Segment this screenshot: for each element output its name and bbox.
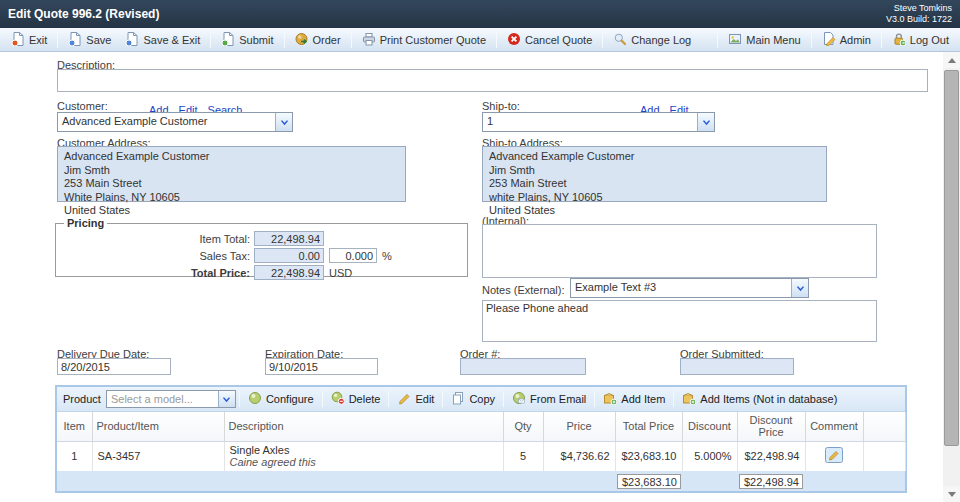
currency-label: USD (329, 267, 352, 279)
chevron-down-icon[interactable] (697, 113, 714, 131)
customer-address-line: Advanced Example Customer (64, 150, 399, 164)
copy-pages-icon (451, 391, 465, 407)
print-customer-quote-button[interactable]: Print Customer Quote (355, 30, 493, 50)
edit-button[interactable]: Edit (392, 389, 439, 409)
col-description[interactable]: Description (224, 412, 503, 441)
document-save-icon (68, 32, 82, 48)
order-button[interactable]: Order (288, 30, 348, 50)
from-email-button[interactable]: From Email (507, 389, 591, 409)
model-select[interactable]: Select a model... (106, 390, 236, 408)
delete-button[interactable]: Delete (326, 389, 386, 409)
copy-button[interactable]: Copy (446, 389, 500, 409)
main-menu-label: Main Menu (746, 34, 800, 46)
add-item-button[interactable]: Add Item (598, 389, 670, 409)
chevron-down-icon[interactable] (218, 391, 235, 407)
from-email-ball-icon (512, 391, 526, 407)
document-save-exit-icon (125, 32, 139, 48)
description-input[interactable] (57, 69, 928, 92)
footer-discount-price: $22,498.94 (739, 474, 803, 489)
line-items-grid: Item Product/Item Description Qty Price … (57, 412, 906, 491)
product-label: Product (63, 393, 101, 405)
order-ball-arrow-icon (295, 32, 309, 48)
notes-template-select[interactable]: Example Text #3 (570, 278, 809, 298)
col-price[interactable]: Price (543, 412, 615, 441)
cell-description: Single Axles Caine agreed this (224, 441, 503, 471)
exit-label: Exit (29, 34, 47, 46)
customer-select[interactable]: Advanced Example Customer (57, 112, 293, 132)
cancel-quote-button[interactable]: Cancel Quote (500, 30, 599, 50)
scroll-down-icon[interactable] (943, 486, 960, 502)
delete-label: Delete (349, 393, 381, 405)
delete-ball-icon (331, 391, 345, 407)
print-customer-quote-label: Print Customer Quote (380, 34, 486, 46)
printer-icon (362, 32, 376, 48)
package-plus-icon (603, 391, 617, 407)
separator (496, 32, 497, 48)
delivery-due-date-input[interactable] (57, 358, 171, 375)
shipto-address-line: white Plains, NY 10605 (489, 191, 820, 205)
separator (442, 391, 443, 407)
order-label: Order (313, 34, 341, 46)
vertical-scrollbar[interactable] (943, 52, 960, 502)
save-label: Save (86, 34, 111, 46)
save-button[interactable]: Save (61, 30, 118, 50)
col-comment[interactable]: Comment (805, 412, 863, 441)
separator (811, 32, 812, 48)
expiration-date-input[interactable] (265, 358, 378, 375)
scrollbar-thumb[interactable] (944, 70, 959, 446)
total-price-label: Total Price: (62, 267, 250, 279)
cell-item-number: 1 (57, 441, 92, 471)
change-log-button[interactable]: Change Log (606, 30, 698, 50)
shipto-label: Ship-to: (482, 100, 520, 112)
separator (503, 391, 504, 407)
separator (284, 32, 285, 48)
col-discount[interactable]: Discount (682, 412, 737, 441)
exit-button[interactable]: Exit (4, 30, 54, 50)
notes-external-textarea[interactable]: Please Phone ahead (482, 300, 877, 342)
document-submit-icon (221, 32, 235, 48)
percent-label: % (382, 250, 392, 262)
table-row[interactable]: 1 SA-3457 Single Axles Caine agreed this… (57, 441, 905, 471)
log-out-label: Log Out (910, 34, 949, 46)
col-discount-price[interactable]: Discount Price (737, 412, 805, 441)
edit-comment-icon[interactable] (825, 447, 843, 463)
shipto-address-line: United States (489, 204, 820, 218)
notes-external-label: Notes (External): (482, 284, 565, 296)
submit-button[interactable]: Submit (214, 30, 280, 50)
shipto-select[interactable]: 1 (482, 112, 715, 132)
col-qty[interactable]: Qty (503, 412, 543, 441)
document-exit-icon (11, 32, 25, 48)
scroll-up-icon[interactable] (943, 52, 960, 68)
separator (239, 391, 240, 407)
quote-form: Description: Customer: AddEditSearch Adv… (0, 52, 943, 502)
cell-total-price: $23,683.10 (615, 441, 682, 471)
add-items-not-in-database-button[interactable]: Add Items (Not in database) (677, 389, 842, 409)
save-exit-button[interactable]: Save & Exit (118, 30, 207, 50)
picture-frame-icon (728, 32, 742, 48)
cell-filler (863, 441, 905, 471)
cell-discount-price: $22,498.94 (737, 441, 805, 471)
main-menu-button[interactable]: Main Menu (721, 30, 807, 50)
separator (881, 32, 882, 48)
chevron-down-icon[interactable] (791, 279, 808, 297)
tax-rate-input[interactable] (329, 248, 377, 263)
pricing-legend: Pricing (64, 217, 107, 229)
shipto-address-line: Jim Smth (489, 164, 820, 178)
col-item[interactable]: Item (57, 412, 92, 441)
sales-tax-field (254, 248, 324, 263)
change-log-label: Change Log (631, 34, 691, 46)
cell-comment (805, 441, 863, 471)
customer-address-box: Advanced Example Customer Jim Smth 253 M… (57, 146, 406, 202)
separator (388, 391, 389, 407)
cancel-quote-label: Cancel Quote (525, 34, 592, 46)
chevron-down-icon[interactable] (275, 113, 292, 131)
log-out-button[interactable]: Log Out (885, 30, 956, 50)
customer-select-value: Advanced Example Customer (58, 113, 275, 131)
toolbar-right-group: Main Menu Admin Log Out (714, 30, 956, 50)
internal-notes-textarea[interactable] (482, 224, 877, 278)
col-product[interactable]: Product/Item (92, 412, 224, 441)
configure-button[interactable]: Configure (243, 389, 319, 409)
col-total-price[interactable]: Total Price (615, 412, 682, 441)
submit-label: Submit (239, 34, 273, 46)
admin-button[interactable]: Admin (815, 30, 878, 50)
